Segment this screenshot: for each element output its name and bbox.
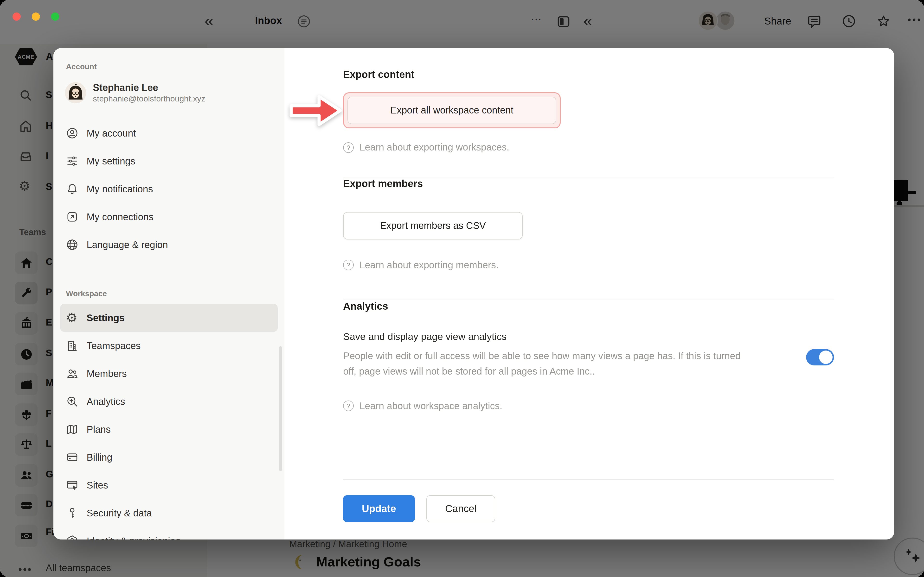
settings-modal-sidebar: Account Stephanie Lee stephanie@toolsfor… [53, 48, 284, 540]
export-all-workspace-content-button[interactable]: Export all workspace content [347, 97, 556, 124]
account-section-header: Account [66, 63, 278, 71]
question-circle-icon: ? [343, 401, 354, 411]
sidebar-item-my-notifications[interactable]: My notifications [60, 175, 278, 203]
map-icon [66, 423, 78, 436]
sidebar-item-settings[interactable]: ⚙ Settings [60, 304, 278, 332]
export-members-csv-button[interactable]: Export members as CSV [343, 212, 523, 239]
globe-icon [66, 239, 78, 251]
update-button[interactable]: Update [343, 495, 415, 522]
user-avatar [65, 82, 86, 103]
minimize-window-button[interactable] [32, 13, 40, 21]
window-controls [13, 13, 59, 21]
sidebar-scrollbar[interactable] [279, 346, 282, 471]
sidebar-item-security-data[interactable]: Security & data [60, 499, 278, 527]
export-members-heading: Export members [343, 178, 834, 190]
sidebar-item-label: My account [87, 128, 136, 139]
sidebar-item-analytics[interactable]: Analytics [60, 388, 278, 416]
user-email: stephanie@toolsforthought.xyz [93, 94, 205, 104]
sidebar-item-label: Sites [87, 480, 108, 491]
sidebar-item-my-account[interactable]: My account [60, 119, 278, 147]
zoom-window-button[interactable] [51, 13, 59, 21]
app-window: « Inbox … « Share ••• ACME [0, 0, 924, 577]
browser-icon [66, 479, 78, 492]
sidebar-item-label: Language & region [87, 239, 168, 250]
help-text[interactable]: Learn about workspace analytics. [360, 401, 502, 412]
connections-icon [66, 211, 78, 223]
help-text[interactable]: Learn about exporting members. [360, 259, 499, 271]
sidebar-item-label: My connections [87, 211, 153, 222]
sidebar-item-identity-provisioning[interactable]: Identity & provisioning [60, 527, 278, 540]
sidebar-item-label: Security & data [87, 508, 152, 519]
sidebar-item-label: Teamspaces [87, 340, 141, 351]
sidebar-item-label: My notifications [87, 184, 153, 195]
sidebar-item-billing[interactable]: Billing [60, 443, 278, 471]
sidebar-item-label: Members [87, 368, 127, 379]
analytics-heading: Analytics [343, 300, 834, 313]
user-name: Stephanie Lee [93, 81, 205, 94]
export-members-help[interactable]: ? Learn about exporting members. [343, 259, 834, 271]
sidebar-item-label: My settings [87, 156, 135, 167]
sidebar-item-teamspaces[interactable]: Teamspaces [60, 332, 278, 359]
members-icon [66, 367, 78, 380]
cancel-button[interactable]: Cancel [426, 495, 495, 522]
close-window-button[interactable] [13, 13, 21, 21]
settings-modal: Account Stephanie Lee stephanie@toolsfor… [53, 48, 894, 540]
account-user-row[interactable]: Stephanie Lee stephanie@toolsforthought.… [65, 79, 278, 107]
sidebar-item-label: Analytics [87, 396, 125, 407]
modal-footer: Update Cancel [343, 479, 834, 522]
key-icon [66, 507, 78, 519]
sidebar-item-members[interactable]: Members [60, 359, 278, 388]
help-text[interactable]: Learn about exporting workspaces. [360, 142, 509, 153]
page-view-analytics-toggle[interactable] [806, 349, 834, 366]
card-icon [66, 451, 78, 464]
analytics-setting-title: Save and display page view analytics [343, 331, 834, 342]
settings-modal-content: Export content Export all workspace cont… [284, 48, 894, 540]
sidebar-item-language-region[interactable]: Language & region [60, 231, 278, 259]
analytics-icon [66, 395, 78, 408]
annotation-highlight-box: Export all workspace content [343, 93, 561, 129]
gear-icon: ⚙ [66, 311, 78, 324]
sidebar-item-plans[interactable]: Plans [60, 416, 278, 443]
sidebar-item-sites[interactable]: Sites [60, 471, 278, 499]
sidebar-item-label: Billing [87, 452, 112, 463]
building-icon [66, 340, 78, 352]
person-circle-icon [66, 127, 78, 139]
question-circle-icon: ? [343, 142, 354, 153]
analytics-help[interactable]: ? Learn about workspace analytics. [343, 401, 834, 412]
export-content-help[interactable]: ? Learn about exporting workspaces. [343, 142, 834, 153]
analytics-setting-description: People with edit or full access will be … [343, 348, 752, 379]
sidebar-item-label: Identity & provisioning [87, 535, 181, 540]
question-circle-icon: ? [343, 259, 354, 270]
identity-icon [66, 535, 78, 540]
sidebar-item-label: Plans [87, 424, 111, 435]
export-content-heading: Export content [343, 68, 834, 81]
sliders-icon [66, 155, 78, 167]
bell-icon [66, 183, 78, 195]
workspace-section-header: Workspace [66, 290, 278, 298]
annotation-arrow-icon [289, 92, 342, 129]
sidebar-item-my-connections[interactable]: My connections [60, 203, 278, 231]
sidebar-item-my-settings[interactable]: My settings [60, 147, 278, 175]
sidebar-item-label: Settings [87, 312, 124, 323]
